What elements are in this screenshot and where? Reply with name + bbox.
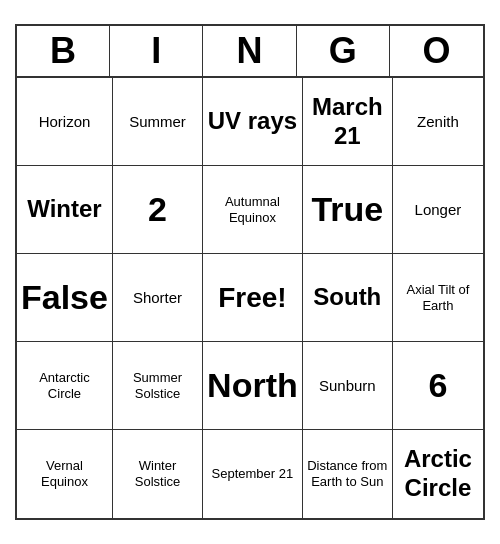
bingo-cell: Winter Solstice [113, 430, 203, 518]
bingo-cell: Shorter [113, 254, 203, 342]
header-letter: I [110, 26, 203, 76]
bingo-cell: Longer [393, 166, 483, 254]
bingo-cell: 2 [113, 166, 203, 254]
bingo-cell: Horizon [17, 78, 113, 166]
bingo-cell: Antarctic Circle [17, 342, 113, 430]
bingo-cell: Axial Tilt of Earth [393, 254, 483, 342]
bingo-cell: True [303, 166, 393, 254]
bingo-cell: Vernal Equinox [17, 430, 113, 518]
bingo-cell: Autumnal Equinox [203, 166, 303, 254]
header-letter: B [17, 26, 110, 76]
bingo-grid: HorizonSummerUV raysMarch 21ZenithWinter… [17, 78, 483, 518]
bingo-cell: Summer [113, 78, 203, 166]
bingo-cell: March 21 [303, 78, 393, 166]
bingo-cell: South [303, 254, 393, 342]
bingo-cell: 6 [393, 342, 483, 430]
bingo-cell: Distance from Earth to Sun [303, 430, 393, 518]
bingo-card: BINGO HorizonSummerUV raysMarch 21Zenith… [15, 24, 485, 520]
bingo-cell: Summer Solstice [113, 342, 203, 430]
bingo-cell: September 21 [203, 430, 303, 518]
header-letter: G [297, 26, 390, 76]
bingo-cell: UV rays [203, 78, 303, 166]
bingo-cell: North [203, 342, 303, 430]
bingo-cell: Zenith [393, 78, 483, 166]
bingo-header: BINGO [17, 26, 483, 78]
header-letter: N [203, 26, 296, 76]
bingo-cell: Free! [203, 254, 303, 342]
header-letter: O [390, 26, 483, 76]
bingo-cell: Winter [17, 166, 113, 254]
bingo-cell: False [17, 254, 113, 342]
bingo-cell: Sunburn [303, 342, 393, 430]
bingo-cell: Arctic Circle [393, 430, 483, 518]
